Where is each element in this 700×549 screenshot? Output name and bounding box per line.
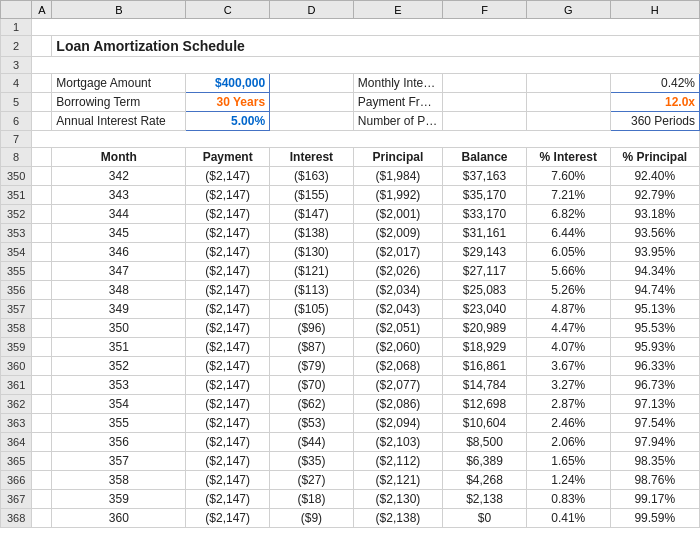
- row-num-1: 1: [1, 19, 32, 36]
- col-header-e[interactable]: E: [353, 1, 442, 19]
- col-header-f[interactable]: F: [443, 1, 527, 19]
- row-4: 4 Mortgage Amount $400,000 Monthly Inter…: [1, 74, 700, 93]
- cell-principal: ($2,060): [353, 338, 442, 357]
- row-a: [32, 167, 52, 186]
- col-header-row: A B C D E F G H: [1, 1, 700, 19]
- cell-interest: ($18): [270, 490, 354, 509]
- cell-payment: ($2,147): [186, 414, 270, 433]
- cell-principal: ($2,094): [353, 414, 442, 433]
- row-a: [32, 243, 52, 262]
- cell-interest: ($113): [270, 281, 354, 300]
- col-header-d[interactable]: D: [270, 1, 354, 19]
- cell-pct-int: 7.60%: [526, 167, 610, 186]
- table-row: 364 356 ($2,147) ($44) ($2,103) $8,500 2…: [1, 433, 700, 452]
- col-header-h[interactable]: H: [610, 1, 699, 19]
- cell-month: 348: [52, 281, 186, 300]
- annual-rate-value[interactable]: 5.00%: [186, 112, 270, 131]
- cell-balance: $0: [443, 509, 527, 528]
- cell-pct-prin: 95.13%: [610, 300, 699, 319]
- cell-pct-int: 0.41%: [526, 509, 610, 528]
- col-header-b[interactable]: B: [52, 1, 186, 19]
- cell-interest: ($105): [270, 300, 354, 319]
- row-a: [32, 357, 52, 376]
- row-5-g: [526, 93, 610, 112]
- cell-month: 353: [52, 376, 186, 395]
- cell-principal: ($2,138): [353, 509, 442, 528]
- row-5: 5 Borrowing Term 30 Years Payment Freque…: [1, 93, 700, 112]
- col-header-c[interactable]: C: [186, 1, 270, 19]
- row-a: [32, 509, 52, 528]
- row-a: [32, 452, 52, 471]
- row-num: 359: [1, 338, 32, 357]
- table-row: 367 359 ($2,147) ($18) ($2,130) $2,138 0…: [1, 490, 700, 509]
- row-5-f: [443, 93, 527, 112]
- cell-month: 347: [52, 262, 186, 281]
- cell-pct-int: 6.82%: [526, 205, 610, 224]
- cell-interest: ($96): [270, 319, 354, 338]
- row-num: 353: [1, 224, 32, 243]
- payment-freq-value: 12.0x: [610, 93, 699, 112]
- table-row: 350 342 ($2,147) ($163) ($1,984) $37,163…: [1, 167, 700, 186]
- cell-pct-int: 6.44%: [526, 224, 610, 243]
- monthly-rate-value: 0.42%: [610, 74, 699, 93]
- row-7-content: [32, 131, 700, 148]
- cell-pct-prin: 94.34%: [610, 262, 699, 281]
- cell-pct-prin: 92.40%: [610, 167, 699, 186]
- cell-interest: ($138): [270, 224, 354, 243]
- row-5-a: [32, 93, 52, 112]
- cell-interest: ($70): [270, 376, 354, 395]
- cell-payment: ($2,147): [186, 452, 270, 471]
- cell-pct-int: 0.83%: [526, 490, 610, 509]
- row-a: [32, 300, 52, 319]
- col-pct-prin-header: % Principal: [610, 148, 699, 167]
- col-header-a[interactable]: A: [32, 1, 52, 19]
- cell-month: 359: [52, 490, 186, 509]
- row-num: 355: [1, 262, 32, 281]
- cell-balance: $10,604: [443, 414, 527, 433]
- row-a: [32, 262, 52, 281]
- mortgage-amount-value[interactable]: $400,000: [186, 74, 270, 93]
- row-4-g: [526, 74, 610, 93]
- cell-month: 355: [52, 414, 186, 433]
- cell-month: 351: [52, 338, 186, 357]
- cell-balance: $35,170: [443, 186, 527, 205]
- row-a: [32, 414, 52, 433]
- table-row: 363 355 ($2,147) ($53) ($2,094) $10,604 …: [1, 414, 700, 433]
- cell-interest: ($62): [270, 395, 354, 414]
- cell-payment: ($2,147): [186, 205, 270, 224]
- cell-month: 352: [52, 357, 186, 376]
- cell-payment: ($2,147): [186, 338, 270, 357]
- cell-interest: ($121): [270, 262, 354, 281]
- row-1: 1: [1, 19, 700, 36]
- cell-payment: ($2,147): [186, 300, 270, 319]
- col-header-g[interactable]: G: [526, 1, 610, 19]
- spreadsheet-title: Loan Amortization Schedule: [52, 36, 700, 57]
- row-4-d: [270, 74, 354, 93]
- cell-pct-prin: 97.13%: [610, 395, 699, 414]
- table-row: 365 357 ($2,147) ($35) ($2,112) $6,389 1…: [1, 452, 700, 471]
- cell-pct-prin: 98.35%: [610, 452, 699, 471]
- table-row: 359 351 ($2,147) ($87) ($2,060) $18,929 …: [1, 338, 700, 357]
- col-interest-header: Interest: [270, 148, 354, 167]
- row-num: 365: [1, 452, 32, 471]
- row-a: [32, 186, 52, 205]
- row-num: 356: [1, 281, 32, 300]
- col-payment-header: Payment: [186, 148, 270, 167]
- cell-pct-prin: 97.94%: [610, 433, 699, 452]
- cell-pct-prin: 93.18%: [610, 205, 699, 224]
- row-num-3: 3: [1, 57, 32, 74]
- cell-balance: $6,389: [443, 452, 527, 471]
- cell-interest: ($9): [270, 509, 354, 528]
- cell-principal: ($2,068): [353, 357, 442, 376]
- row-6-d: [270, 112, 354, 131]
- cell-principal: ($2,026): [353, 262, 442, 281]
- cell-pct-int: 5.26%: [526, 281, 610, 300]
- table-row: 352 344 ($2,147) ($147) ($2,001) $33,170…: [1, 205, 700, 224]
- row-3-content: [32, 57, 700, 74]
- row-num: 351: [1, 186, 32, 205]
- cell-balance: $37,163: [443, 167, 527, 186]
- cell-principal: ($2,077): [353, 376, 442, 395]
- row-a: [32, 376, 52, 395]
- mortgage-amount-label: Mortgage Amount: [52, 74, 186, 93]
- borrowing-term-value[interactable]: 30 Years: [186, 93, 270, 112]
